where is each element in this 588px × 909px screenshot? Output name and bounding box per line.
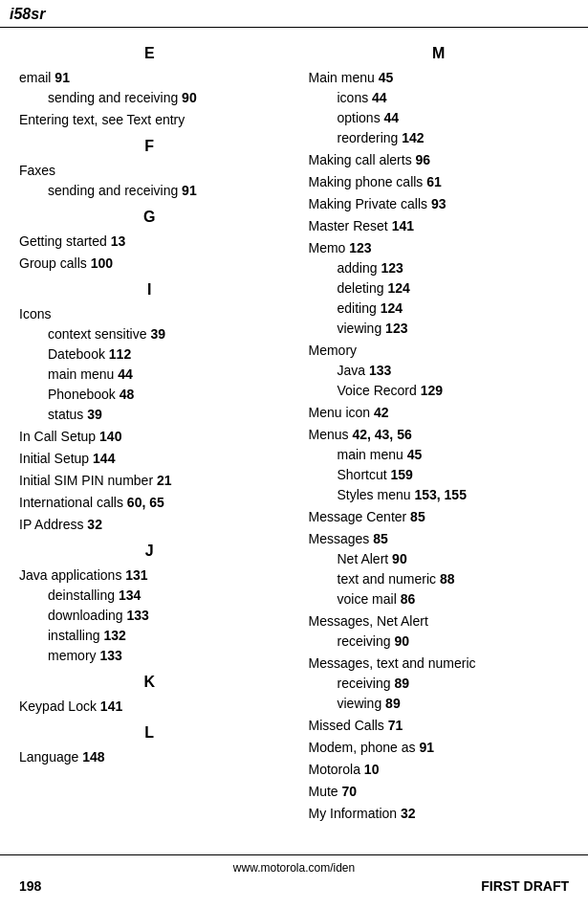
index-entry: Keypad Lock 141 bbox=[19, 697, 280, 717]
section-letter-m: M bbox=[309, 45, 570, 62]
section-letter-f: F bbox=[19, 138, 280, 155]
sub-entry: Datebook 112 bbox=[19, 344, 280, 365]
index-entry: My Information 32 bbox=[309, 804, 570, 824]
index-entry: Entering text, see Text entry bbox=[19, 110, 280, 130]
sub-entry: sending and receiving 90 bbox=[19, 88, 280, 108]
index-entry: Menu icon 42 bbox=[309, 403, 570, 423]
sub-entry: context sensitive 39 bbox=[19, 324, 280, 344]
footer-url: www.motorola.com/iden bbox=[0, 861, 588, 875]
section-letter-k: K bbox=[19, 674, 280, 691]
sub-entry: downloading 133 bbox=[19, 606, 280, 626]
index-entry: Group calls 100 bbox=[19, 254, 280, 274]
sub-entry: adding 123 bbox=[309, 258, 570, 278]
page-content: Eemail 91sending and receiving 90Enterin… bbox=[0, 28, 588, 835]
sub-entry: icons 44 bbox=[309, 88, 570, 108]
index-entry: MemoryJava 133Voice Record 129 bbox=[309, 341, 570, 401]
sub-entry: status 39 bbox=[19, 405, 280, 425]
section-letter-g: G bbox=[19, 209, 280, 226]
sub-entry: viewing 123 bbox=[309, 319, 570, 339]
right-column: MMain menu 45icons 44options 44reorderin… bbox=[299, 37, 570, 826]
index-entry: Missed Calls 71 bbox=[309, 716, 570, 736]
sub-entry: options 44 bbox=[309, 108, 570, 128]
sub-entry: viewing 89 bbox=[309, 694, 570, 714]
section-letter-j: J bbox=[19, 543, 280, 560]
sub-entry: main menu 45 bbox=[309, 445, 570, 465]
sub-entry: Java 133 bbox=[309, 361, 570, 381]
index-entry: Getting started 13 bbox=[19, 232, 280, 252]
index-entry: Making call alerts 96 bbox=[309, 150, 570, 170]
left-column: Eemail 91sending and receiving 90Enterin… bbox=[19, 37, 290, 826]
sub-entry: deinstalling 134 bbox=[19, 586, 280, 606]
footer-bottom: 198 FIRST DRAFT bbox=[0, 878, 588, 894]
index-entry: Messages, Net Alertreceiving 90 bbox=[309, 611, 570, 652]
index-entry: Memo 123adding 123deleting 124editing 12… bbox=[309, 238, 570, 339]
index-entry: Initial Setup 144 bbox=[19, 449, 280, 469]
index-entry: Menus 42, 43, 56main menu 45Shortcut 159… bbox=[309, 425, 570, 505]
logo: i58sr bbox=[10, 6, 45, 23]
sub-entry: main menu 44 bbox=[19, 365, 280, 385]
index-entry: Messages, text and numericreceiving 89vi… bbox=[309, 654, 570, 714]
sub-entry: Styles menu 153, 155 bbox=[309, 485, 570, 505]
sub-entry: Shortcut 159 bbox=[309, 465, 570, 485]
index-entry: Messages 85Net Alert 90text and numeric … bbox=[309, 529, 570, 610]
section-letter-i: I bbox=[19, 281, 280, 299]
sub-entry: installing 132 bbox=[19, 626, 280, 646]
sub-entry: Phonebook 48 bbox=[19, 385, 280, 405]
index-entry: Iconscontext sensitive 39Datebook 112mai… bbox=[19, 304, 280, 425]
sub-entry: voice mail 86 bbox=[309, 589, 570, 610]
sub-entry: memory 133 bbox=[19, 646, 280, 666]
index-entry: Message Center 85 bbox=[309, 507, 570, 527]
sub-entry: deleting 124 bbox=[309, 278, 570, 299]
index-entry: In Call Setup 140 bbox=[19, 427, 280, 447]
section-letter-l: L bbox=[19, 724, 280, 742]
sub-entry: sending and receiving 91 bbox=[19, 181, 280, 201]
page-footer: www.motorola.com/iden 198 FIRST DRAFT bbox=[0, 854, 588, 899]
sub-entry: editing 124 bbox=[309, 299, 570, 319]
index-entry: Master Reset 141 bbox=[309, 216, 570, 236]
sub-entry: receiving 90 bbox=[309, 632, 570, 652]
draft-label: FIRST DRAFT bbox=[481, 878, 569, 894]
index-entry: IP Address 32 bbox=[19, 515, 280, 535]
index-entry: Faxessending and receiving 91 bbox=[19, 161, 280, 201]
index-entry: Mute 70 bbox=[309, 782, 570, 802]
sub-entry: Net Alert 90 bbox=[309, 549, 570, 569]
index-entry: International calls 60, 65 bbox=[19, 493, 280, 513]
index-entry: Initial SIM PIN number 21 bbox=[19, 471, 280, 491]
index-entry: Main menu 45icons 44options 44reordering… bbox=[309, 68, 570, 148]
index-entry: Making phone calls 61 bbox=[309, 172, 570, 192]
index-entry: email 91sending and receiving 90 bbox=[19, 68, 280, 108]
page-header: i58sr bbox=[0, 0, 588, 28]
index-entry: Java applications 131deinstalling 134dow… bbox=[19, 565, 280, 666]
index-entry: Motorola 10 bbox=[309, 760, 570, 780]
page-number: 198 bbox=[19, 878, 41, 894]
sub-entry: receiving 89 bbox=[309, 674, 570, 694]
sub-entry: Voice Record 129 bbox=[309, 381, 570, 401]
index-entry: Making Private calls 93 bbox=[309, 194, 570, 214]
index-entry: Modem, phone as 91 bbox=[309, 738, 570, 758]
section-letter-e: E bbox=[19, 45, 280, 62]
sub-entry: text and numeric 88 bbox=[309, 569, 570, 589]
index-entry: Language 148 bbox=[19, 747, 280, 767]
sub-entry: reordering 142 bbox=[309, 128, 570, 148]
